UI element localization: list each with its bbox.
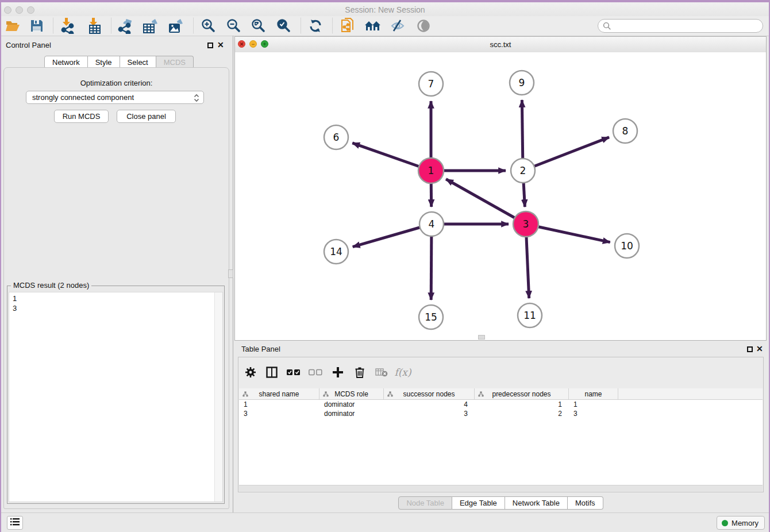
zoom-fit-icon[interactable]: [248, 17, 268, 35]
cell-predecessor-nodes[interactable]: 2: [475, 409, 569, 418]
svg-text:11: 11: [523, 310, 536, 321]
network-view-titlebar[interactable]: ✕ − + scc.txt: [235, 37, 766, 53]
node-2[interactable]: 2: [511, 159, 535, 183]
column-header-MCDS-role[interactable]: MCDS role: [319, 388, 384, 399]
table-panel-tabs: Node TableEdge TableNetwork TableMotifs: [238, 496, 764, 510]
node-4[interactable]: 4: [419, 212, 444, 236]
table-rows[interactable]: 1dominator4113dominator323: [239, 400, 763, 418]
export-image-icon[interactable]: [165, 17, 186, 35]
node-9[interactable]: 9: [510, 71, 534, 95]
control-panel-float-icon[interactable]: [207, 43, 213, 48]
show-all-icon[interactable]: [413, 17, 434, 35]
search-input[interactable]: [613, 21, 759, 32]
export-table-icon[interactable]: [140, 17, 161, 35]
node-10[interactable]: 10: [615, 234, 639, 258]
new-network-from-selection-icon[interactable]: [337, 17, 358, 35]
mcds-result-lines: 1 3: [13, 294, 17, 313]
column-header-shared-name[interactable]: shared name: [239, 388, 319, 399]
run-mcds-button[interactable]: Run MCDS: [54, 110, 109, 123]
delete-table-icon[interactable]: [372, 364, 391, 381]
delete-icon[interactable]: [351, 364, 369, 381]
cell-predecessor-nodes[interactable]: 1: [475, 400, 569, 409]
edge-2-8[interactable]: [523, 137, 609, 171]
task-history-button[interactable]: [7, 516, 23, 530]
refresh-layout-icon[interactable]: [305, 17, 326, 35]
table-hscrollbar[interactable]: [239, 485, 763, 491]
import-table-icon[interactable]: [84, 17, 105, 35]
optimization-criterion-select[interactable]: strongly connected component: [26, 91, 204, 104]
network-resize-grip[interactable]: [478, 335, 485, 340]
table-panel-body: f(x) shared nameMCDS rolesuccessor nodes…: [238, 357, 764, 492]
memory-status-icon: [722, 520, 728, 526]
node-3[interactable]: 3: [513, 211, 538, 237]
toolbar-separator: [111, 18, 111, 33]
node-11[interactable]: 11: [518, 303, 542, 327]
node-1[interactable]: 1: [418, 158, 444, 183]
table-panel-float-icon[interactable]: [747, 346, 753, 352]
search-icon: [603, 22, 611, 32]
mcds-result-title: MCDS result (2 nodes): [11, 281, 91, 290]
table-row[interactable]: 3dominator323: [239, 409, 763, 418]
close-panel-button[interactable]: Close panel: [117, 110, 176, 123]
node-15[interactable]: 15: [419, 305, 443, 329]
cell-MCDS-role[interactable]: dominator: [319, 409, 384, 418]
open-session-icon[interactable]: [2, 17, 23, 35]
optimization-criterion-label: Optimization criterion:: [0, 79, 233, 87]
cell-shared-name[interactable]: 1: [239, 400, 319, 409]
table-row[interactable]: 1dominator411: [239, 400, 763, 409]
tab-network-table[interactable]: Network Table: [505, 496, 568, 510]
cell-successor-nodes[interactable]: 3: [384, 409, 475, 418]
table-panel-close-icon[interactable]: ✕: [756, 345, 763, 352]
main-toolbar: [0, 16, 770, 36]
tab-node-table[interactable]: Node Table: [398, 496, 452, 510]
node-6[interactable]: 6: [324, 125, 348, 149]
memory-button[interactable]: Memory: [717, 516, 765, 530]
column-header-name[interactable]: name: [569, 388, 618, 399]
toolbar-separator: [301, 18, 301, 33]
cell-name[interactable]: 1: [569, 400, 618, 409]
app-titlebar: Session: New Session: [0, 2, 770, 17]
column-view-icon[interactable]: [263, 364, 281, 381]
zoom-in-icon[interactable]: [198, 17, 218, 35]
panel-divider-grip[interactable]: [228, 269, 233, 278]
first-neighbors-icon[interactable]: [363, 17, 383, 35]
control-panel-close-icon[interactable]: ✕: [217, 41, 224, 48]
table-header-row: shared nameMCDS rolesuccessor nodesprede…: [239, 388, 763, 400]
tab-motifs[interactable]: Motifs: [568, 496, 603, 510]
node-7[interactable]: 7: [419, 72, 443, 96]
hide-selected-icon[interactable]: [387, 17, 408, 35]
deselect-all-icon[interactable]: [306, 364, 325, 381]
export-network-icon[interactable]: [115, 17, 136, 35]
svg-text:3: 3: [523, 218, 529, 230]
import-network-icon[interactable]: [57, 17, 78, 35]
svg-text:1: 1: [428, 165, 434, 176]
node-table[interactable]: shared nameMCDS rolesuccessor nodesprede…: [239, 388, 763, 485]
svg-text:2: 2: [520, 165, 526, 176]
cell-successor-nodes[interactable]: 4: [384, 400, 475, 409]
column-header-predecessor-nodes[interactable]: predecessor nodes: [475, 388, 569, 399]
node-14[interactable]: 14: [324, 240, 348, 264]
mcds-result-scrollbar[interactable]: [214, 292, 222, 502]
cell-shared-name[interactable]: 3: [239, 409, 319, 418]
svg-text:10: 10: [621, 240, 633, 252]
node-8[interactable]: 8: [613, 119, 637, 143]
cell-MCDS-role[interactable]: dominator: [319, 400, 384, 409]
column-header-successor-nodes[interactable]: successor nodes: [384, 388, 475, 399]
settings-gear-icon[interactable]: [241, 364, 260, 381]
mcds-result-textarea[interactable]: 1 3: [9, 292, 223, 502]
select-all-icon[interactable]: [284, 364, 303, 381]
mcds-result-groupbox: MCDS result (2 nodes) 1 3: [7, 286, 225, 504]
add-row-icon[interactable]: [329, 364, 347, 381]
table-panel-title: Table Panel: [241, 345, 280, 353]
memory-label: Memory: [732, 519, 759, 527]
cell-name[interactable]: 3: [569, 409, 618, 418]
tab-edge-table[interactable]: Edge Table: [452, 496, 505, 510]
zoom-out-icon[interactable]: [223, 17, 244, 35]
edge-3-1[interactable]: [446, 179, 526, 224]
network-canvas[interactable]: 7968124314101511: [235, 52, 766, 340]
control-panel-title: Control Panel: [6, 41, 51, 49]
save-session-icon[interactable]: [26, 17, 47, 35]
svg-text:7: 7: [428, 78, 434, 90]
zoom-selected-icon[interactable]: [273, 17, 294, 35]
svg-text:9: 9: [519, 77, 525, 88]
